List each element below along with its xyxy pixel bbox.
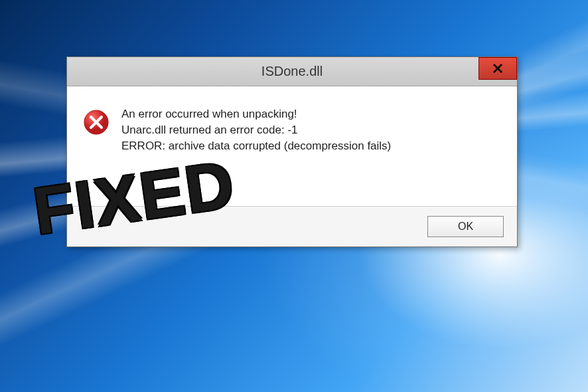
error-message: An error occurred when unpacking! Unarc.… [121, 106, 501, 153]
close-button[interactable] [478, 57, 517, 80]
error-line-2: Unarc.dll returned an error code: -1 [121, 122, 501, 138]
error-dialog: ISDone.dll [66, 56, 518, 247]
error-icon [83, 109, 110, 136]
error-line-1: An error occurred when unpacking! [121, 106, 501, 122]
error-line-3: ERROR: archive data corrupted (decompres… [121, 138, 501, 154]
dialog-title: ISDone.dll [67, 64, 517, 79]
close-icon [492, 63, 503, 74]
dialog-body: An error occurred when unpacking! Unarc.… [67, 86, 517, 206]
dialog-titlebar[interactable]: ISDone.dll [67, 57, 517, 86]
ok-button[interactable]: OK [427, 216, 504, 237]
dialog-footer: OK [67, 206, 517, 246]
